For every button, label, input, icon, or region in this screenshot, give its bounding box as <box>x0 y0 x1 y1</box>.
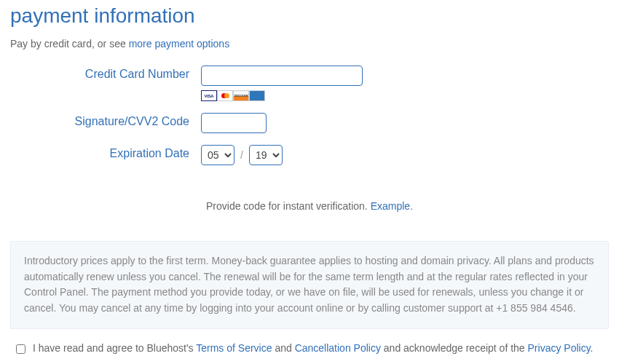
mastercard-icon <box>217 90 233 101</box>
verify-text: Provide code for instant verification. <box>206 200 371 212</box>
cvv-input[interactable] <box>201 113 267 133</box>
cvv-label: Signature/CVV2 Code <box>10 113 201 128</box>
exp-separator: / <box>240 149 243 161</box>
more-payment-options-link[interactable]: more payment options <box>129 38 230 50</box>
exp-year-select[interactable]: 19 <box>249 145 283 165</box>
pay-by-line: Pay by credit card, or see more payment … <box>10 38 609 50</box>
verify-example-link[interactable]: Example <box>371 200 410 212</box>
expiration-label: Expiration Date <box>10 145 201 160</box>
tos-link[interactable]: Terms of Service <box>196 342 272 354</box>
card-icons: VISA DISCOVER <box>201 90 363 101</box>
page-title: payment information <box>10 4 609 28</box>
privacy-link[interactable]: Privacy Policy <box>528 342 591 354</box>
exp-month-select[interactable]: 05 <box>201 145 234 165</box>
terms-notice-box: Introductory prices apply to the first t… <box>10 241 609 329</box>
amex-icon <box>249 90 265 101</box>
discover-icon: DISCOVER <box>233 90 249 101</box>
visa-icon: VISA <box>201 90 217 101</box>
pay-by-prefix: Pay by credit card, or see <box>10 38 129 50</box>
cc-number-label: Credit Card Number <box>10 66 201 81</box>
verify-line: Provide code for instant verification. E… <box>10 200 609 212</box>
cc-number-input[interactable] <box>201 66 363 86</box>
agree-checkbox[interactable] <box>16 344 25 354</box>
cancellation-link[interactable]: Cancellation Policy <box>295 342 381 354</box>
agree-text: I have read and agree to Bluehost's Term… <box>33 342 594 354</box>
